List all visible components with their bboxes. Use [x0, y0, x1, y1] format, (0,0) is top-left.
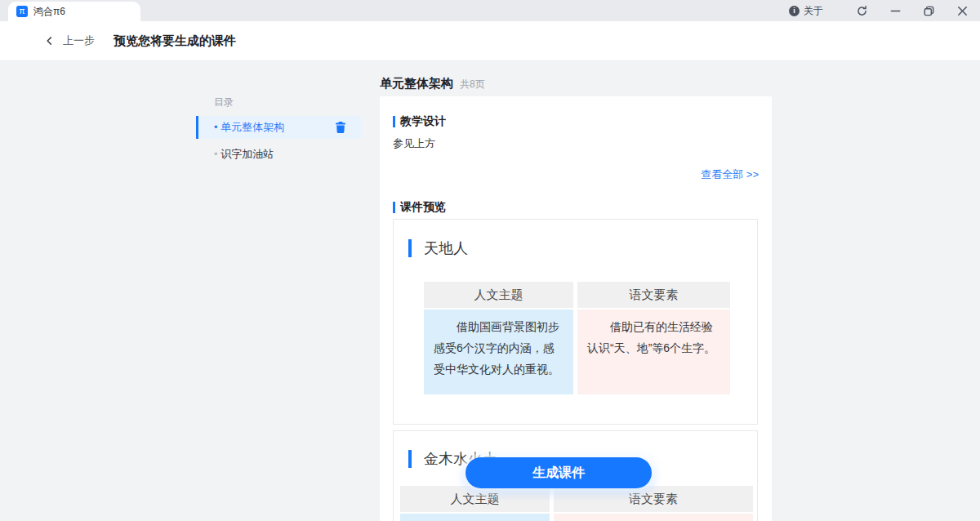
close-button[interactable]: [956, 4, 969, 17]
column-header-language-element: 语文要素: [554, 486, 753, 512]
card-accent-bar: [408, 239, 412, 257]
minimize-button[interactable]: [889, 4, 902, 17]
column-header-language-element: 语文要素: [577, 282, 730, 308]
card-title-row: 天地人: [408, 238, 468, 258]
table-body-row: 借助国画背景图初步感受6个汉字的内涵，感受中华文化对人的重视。 借助已有的生活经…: [424, 309, 730, 394]
section-accent-bar: [393, 116, 395, 127]
close-icon: [956, 5, 969, 17]
sidebar-item-unit-structure[interactable]: 单元整体架构: [196, 116, 361, 139]
delete-button[interactable]: [334, 121, 347, 134]
minimize-icon: [889, 5, 902, 17]
back-label: 上一步: [63, 33, 95, 48]
courseware-preview-title: 课件预览: [400, 200, 446, 215]
document-title: 单元整体架构: [380, 76, 453, 91]
app-window: π 鸿合π6 i 关于: [0, 0, 980, 521]
restore-icon: [923, 5, 935, 17]
section-title-row: 单元整体架构 共8页: [380, 76, 485, 91]
app-logo-icon: π: [16, 6, 28, 17]
page-count-badge: 共8页: [460, 78, 485, 91]
teaching-design-heading: 教学设计: [393, 114, 446, 129]
about-label: 关于: [804, 4, 823, 18]
chevron-left-icon: [45, 36, 54, 46]
card-accent-bar: [408, 450, 412, 468]
table-cell-language-element: 借助已有的生活经验认识“天、地”等6个生字。: [577, 309, 730, 394]
app-tab[interactable]: π 鸿合π6: [8, 2, 140, 21]
page-title: 预览您将要生成的课件: [114, 33, 236, 49]
about-button[interactable]: i 关于: [789, 4, 823, 18]
toc-heading: 目录: [214, 96, 234, 109]
lesson-table: 人文主题 语文要素 借助听读、联系生活、看图想象: [400, 486, 753, 521]
lesson-table: 人文主题 语文要素 借助国画背景图初步感受6个汉字的内涵，感受中华文化对人的重视…: [424, 282, 730, 394]
sidebar-item-label: 识字加油站: [214, 147, 274, 162]
teaching-design-title: 教学设计: [400, 114, 446, 129]
table-body-row: 借助听读、联系生活、看图想象: [400, 514, 753, 521]
refresh-button[interactable]: [855, 4, 868, 17]
app-tab-title: 鸿合π6: [33, 5, 65, 19]
window-titlebar: π 鸿合π6 i 关于: [0, 0, 980, 21]
table-cell-humanistic-theme: [400, 514, 550, 521]
refresh-icon: [856, 5, 868, 17]
table-cell-language-element: 借助听读、联系生活、看图想象: [554, 514, 753, 521]
back-button[interactable]: 上一步: [45, 33, 95, 48]
courseware-preview-heading: 课件预览: [393, 200, 446, 215]
section-accent-bar: [393, 202, 395, 213]
generate-courseware-button[interactable]: 生成课件: [466, 457, 652, 488]
info-icon: i: [789, 6, 800, 16]
view-all-link[interactable]: 查看全部 >>: [701, 167, 759, 182]
column-header-humanistic-theme: 人文主题: [400, 486, 550, 512]
restore-button[interactable]: [922, 4, 935, 17]
lesson-title: 天地人: [424, 238, 468, 258]
sidebar-item-literacy-station[interactable]: 识字加油站: [214, 143, 274, 166]
lesson-card-tiandiren: 天地人 人文主题 语文要素 借助国画背景图初步感受6个汉字的内涵，感受中华文化对…: [393, 219, 758, 425]
table-header-row: 人文主题 语文要素: [424, 282, 730, 308]
window-controls: i 关于: [789, 0, 969, 21]
content-area: 目录 单元整体架构 识字加油站 单元整体架构 共8页 教学设计: [0, 61, 980, 521]
table-header-row: 人文主题 语文要素: [400, 486, 753, 512]
table-cell-humanistic-theme: 借助国画背景图初步感受6个汉字的内涵，感受中华文化对人的重视。: [424, 309, 573, 394]
trash-icon: [334, 121, 347, 134]
top-navbar: 上一步 预览您将要生成的课件: [0, 21, 980, 61]
teaching-design-body: 参见上方: [393, 136, 435, 151]
column-header-humanistic-theme: 人文主题: [424, 282, 573, 308]
sidebar-item-label: 单元整体架构: [214, 120, 284, 135]
